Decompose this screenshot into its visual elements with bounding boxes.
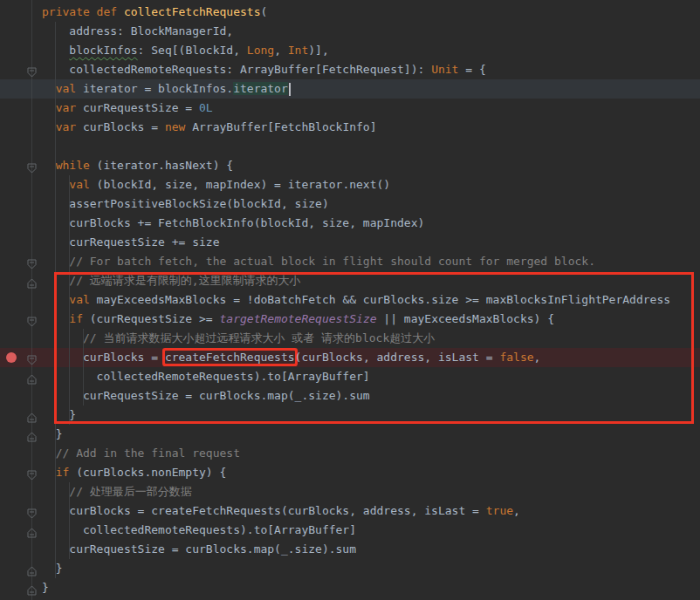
code-token (42, 293, 69, 306)
code-line[interactable]: curBlocks = createFetchRequests(curBlock… (0, 348, 700, 367)
fold-down-icon[interactable] (27, 314, 37, 324)
code-token: var (56, 101, 83, 114)
code-line[interactable]: } (0, 406, 700, 425)
gutter-cell[interactable] (0, 252, 42, 271)
code-token: , (534, 351, 541, 364)
fold-up-icon[interactable] (27, 563, 37, 574)
gutter-cell[interactable] (0, 444, 42, 463)
gutter-cell[interactable] (0, 463, 42, 482)
code-line[interactable]: collectedRemoteRequests).to[ArrayBuffer] (0, 367, 700, 386)
code-token: new (165, 120, 185, 133)
gutter-cell[interactable] (0, 60, 42, 79)
gutter-cell[interactable] (0, 175, 42, 194)
code-line[interactable]: curBlocks = createFetchRequests(curBlock… (0, 501, 700, 521)
gutter-cell[interactable] (0, 22, 42, 41)
code-line[interactable]: collectedRemoteRequests).to[ArrayBuffer] (0, 521, 700, 540)
fold-down-icon[interactable] (27, 256, 37, 267)
gutter-cell[interactable] (0, 233, 42, 252)
code-token: = { (458, 63, 485, 76)
code-line[interactable]: } (0, 559, 700, 578)
code-line[interactable]: if (curBlocks.nonEmpty) { (0, 463, 700, 482)
code-line[interactable]: private def collectFetchRequests( (0, 3, 700, 22)
gutter-cell[interactable] (0, 3, 42, 22)
code-token: while (56, 159, 90, 172)
code-line[interactable]: var curRequestSize = 0L (0, 99, 700, 118)
fold-down-icon[interactable] (27, 65, 37, 75)
gutter-cell[interactable] (0, 559, 42, 578)
gutter-cell[interactable] (0, 79, 42, 99)
code-line[interactable]: curRequestSize = curBlocks.map(_.size).s… (0, 540, 700, 559)
code-line[interactable]: curRequestSize += size (0, 233, 700, 252)
code-token: curRequestSize = curBlocks.map(_.size).s… (42, 542, 356, 556)
gutter-cell[interactable] (0, 99, 42, 118)
gutter-cell[interactable] (0, 271, 42, 290)
fold-down-icon[interactable] (27, 160, 37, 171)
code-text: var curRequestSize = 0L (42, 99, 213, 118)
fold-up-icon[interactable] (27, 276, 37, 286)
code-token: collectedRemoteRequests).to[ArrayBuffer] (42, 523, 356, 536)
code-line[interactable]: assertPositiveBlockSize(blockId, size) (0, 194, 700, 214)
code-token: // For batch fetch, the actual block in … (42, 255, 595, 268)
gutter-cell[interactable] (0, 214, 42, 233)
gutter-cell[interactable] (0, 578, 42, 597)
code-line[interactable]: // For batch fetch, the actual block in … (0, 252, 700, 271)
code-line[interactable]: blockInfos: Seq[(BlockId, Long, Int)], (0, 41, 700, 60)
code-line[interactable]: // 处理最后一部分数据 (0, 482, 700, 501)
fold-up-icon[interactable] (27, 429, 37, 440)
code-token: // Add in the final request (42, 447, 240, 460)
gutter-cell[interactable] (0, 290, 42, 310)
gutter-cell[interactable] (0, 156, 42, 175)
code-line[interactable]: collectedRemoteRequests: ArrayBuffer[Fet… (0, 60, 700, 79)
fold-up-icon[interactable] (27, 583, 37, 593)
code-line[interactable]: curBlocks += FetchBlockInfo(blockId, siz… (0, 214, 700, 233)
code-token: val (69, 293, 89, 306)
code-line[interactable]: var curBlocks = new ArrayBuffer[FetchBlo… (0, 118, 700, 137)
fold-down-icon[interactable] (27, 352, 37, 363)
code-line[interactable]: // 当前请求数据大小超过远程请求大小 或者 请求的block超过大小 (0, 329, 700, 348)
fold-up-icon[interactable] (27, 525, 37, 535)
fold-up-icon[interactable] (27, 372, 37, 382)
code-token (42, 120, 56, 133)
code-line[interactable]: address: BlockManagerId, (0, 22, 700, 41)
code-line[interactable]: // Add in the final request (0, 444, 700, 463)
gutter-cell[interactable] (0, 406, 42, 425)
code-line[interactable]: while (iterator.hasNext) { (0, 156, 700, 175)
code-token: true (486, 504, 513, 517)
code-line[interactable]: curRequestSize = curBlocks.map(_.size).s… (0, 386, 700, 406)
code-token: var (56, 120, 83, 133)
code-text: } (42, 559, 62, 578)
breakpoint-icon[interactable] (6, 352, 17, 363)
code-line[interactable]: } (0, 578, 700, 597)
code-line[interactable] (0, 137, 700, 156)
fold-down-icon[interactable] (27, 467, 37, 478)
gutter-cell[interactable] (0, 386, 42, 406)
gutter-cell[interactable] (0, 482, 42, 501)
gutter-cell[interactable] (0, 310, 42, 329)
gutter-cell[interactable] (0, 41, 42, 60)
gutter-cell[interactable] (0, 425, 42, 444)
code-text: curRequestSize += size (42, 233, 220, 252)
gutter-cell[interactable] (0, 118, 42, 137)
code-line[interactable]: // 远端请求是有限制的,这里限制请求的大小 (0, 271, 700, 290)
code-line[interactable]: val (blockId, size, mapIndex) = iterator… (0, 175, 700, 194)
code-line[interactable]: } (0, 425, 700, 444)
code-text: } (42, 406, 76, 425)
gutter-cell[interactable] (0, 540, 42, 559)
fold-down-icon[interactable] (27, 506, 37, 516)
code-token: mayExceedsMaxBlocks = !doBatchFetch && c… (90, 293, 670, 306)
code-line[interactable]: val mayExceedsMaxBlocks = !doBatchFetch … (0, 290, 700, 310)
code-token: collectedRemoteRequests: ArrayBuffer[Fet… (42, 63, 431, 76)
gutter-cell[interactable] (0, 137, 42, 156)
gutter-cell[interactable] (0, 329, 42, 348)
fold-up-icon[interactable] (27, 410, 37, 420)
gutter-cell[interactable] (0, 501, 42, 521)
code-text: if (curRequestSize >= targetRemoteReques… (42, 310, 554, 329)
gutter-cell[interactable] (0, 194, 42, 214)
code-token: address: BlockManagerId, (42, 24, 233, 38)
gutter-cell[interactable] (0, 367, 42, 386)
code-text: collectedRemoteRequests).to[ArrayBuffer] (42, 521, 356, 540)
gutter-cell[interactable] (0, 521, 42, 540)
gutter-cell[interactable] (0, 348, 42, 367)
code-line[interactable]: val iterator = blockInfos.iterator (0, 79, 700, 99)
code-line[interactable]: if (curRequestSize >= targetRemoteReques… (0, 310, 700, 329)
